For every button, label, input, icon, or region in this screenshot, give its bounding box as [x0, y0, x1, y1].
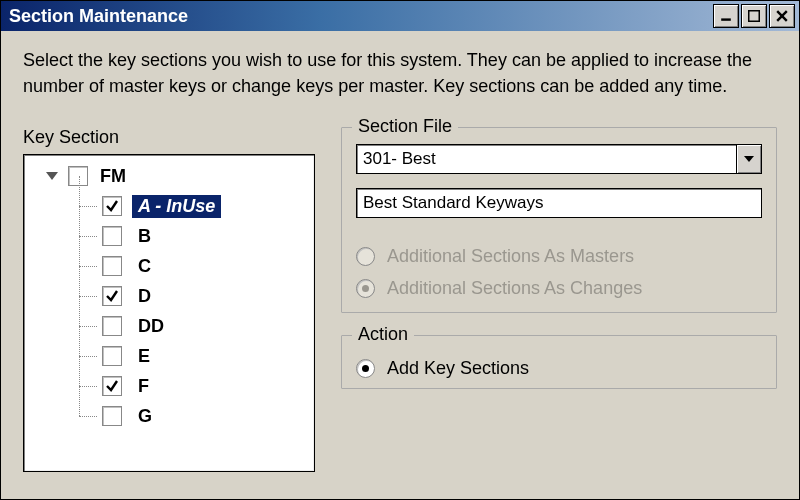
tree-item-checkbox[interactable] [102, 406, 122, 426]
svg-rect-1 [749, 11, 760, 22]
root-checkbox[interactable] [68, 166, 88, 186]
action-group: Action Add Key Sections [341, 335, 777, 389]
tree-children: A - InUseBCDDDEFG [74, 191, 310, 431]
titlebar: Section Maintenance [1, 1, 799, 31]
svg-marker-4 [744, 156, 754, 162]
tree-item-checkbox[interactable] [102, 286, 122, 306]
svg-rect-0 [721, 18, 731, 20]
tree-item-label: F [132, 375, 155, 398]
tree-item-label: B [132, 225, 157, 248]
tree-item[interactable]: B [74, 221, 310, 251]
tree-item[interactable]: E [74, 341, 310, 371]
radio-masters [356, 247, 375, 266]
tree-item-label: D [132, 285, 157, 308]
action-legend: Action [352, 324, 414, 345]
window: Section Maintenance Select the key secti… [0, 0, 800, 500]
key-section-panel: Key Section FM A - InUseBCDDDEFG [23, 127, 315, 472]
expand-collapse-icon[interactable] [46, 172, 58, 180]
tree-item-checkbox[interactable] [102, 376, 122, 396]
section-file-dropdown-value: 301- Best [356, 144, 737, 174]
window-controls [713, 4, 795, 28]
tree-item-label: A - InUse [132, 195, 221, 218]
tree-item-label: C [132, 255, 157, 278]
tree-item-checkbox[interactable] [102, 196, 122, 216]
section-file-legend: Section File [352, 116, 458, 137]
radio-changes-label: Additional Sections As Changes [387, 278, 642, 299]
section-file-group: Section File 301- Best Best Standard Key… [341, 127, 777, 313]
tree-item[interactable]: G [74, 401, 310, 431]
radio-add-row[interactable]: Add Key Sections [356, 352, 762, 384]
tree-item-label: E [132, 345, 156, 368]
close-button[interactable] [769, 4, 795, 28]
tree-item[interactable]: DD [74, 311, 310, 341]
tree-item-checkbox[interactable] [102, 346, 122, 366]
window-body: Select the key sections you wish to use … [1, 31, 799, 499]
window-title: Section Maintenance [9, 6, 188, 27]
tree-item-checkbox[interactable] [102, 256, 122, 276]
tree-item[interactable]: C [74, 251, 310, 281]
tree-item-checkbox[interactable] [102, 316, 122, 336]
instructions-text: Select the key sections you wish to use … [23, 47, 777, 99]
section-file-dropdown[interactable]: 301- Best [356, 144, 762, 174]
tree-item-label: DD [132, 315, 170, 338]
radio-add-label: Add Key Sections [387, 358, 529, 379]
minimize-button[interactable] [713, 4, 739, 28]
radio-changes [356, 279, 375, 298]
tree-item[interactable]: F [74, 371, 310, 401]
radio-masters-row: Additional Sections As Masters [356, 240, 762, 272]
tree-root-row[interactable]: FM [46, 161, 310, 191]
radio-add[interactable] [356, 359, 375, 378]
maximize-button[interactable] [741, 4, 767, 28]
key-section-tree[interactable]: FM A - InUseBCDDDEFG [23, 154, 315, 472]
right-column: Section File 301- Best Best Standard Key… [341, 127, 777, 472]
tree-item-label: G [132, 405, 158, 428]
radio-changes-row: Additional Sections As Changes [356, 272, 762, 304]
tree-item[interactable]: D [74, 281, 310, 311]
key-section-label: Key Section [23, 127, 315, 148]
root-label: FM [100, 166, 126, 187]
dropdown-arrow-button[interactable] [737, 144, 762, 174]
tree-item[interactable]: A - InUse [74, 191, 310, 221]
radio-masters-label: Additional Sections As Masters [387, 246, 634, 267]
tree-item-checkbox[interactable] [102, 226, 122, 246]
section-file-textbox[interactable]: Best Standard Keyways [356, 188, 762, 218]
columns: Key Section FM A - InUseBCDDDEFG Section [23, 127, 777, 472]
